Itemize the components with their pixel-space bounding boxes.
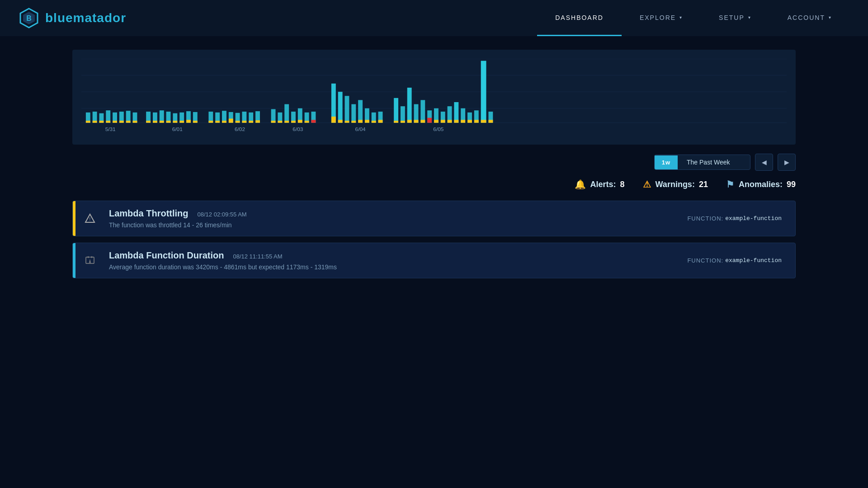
svg-rect-57 (255, 120, 260, 122)
svg-rect-81 (351, 121, 356, 123)
svg-rect-96 (407, 120, 412, 122)
main-content: 5/31 6/01 (0, 36, 868, 298)
svg-rect-80 (351, 104, 356, 123)
svg-rect-64 (284, 121, 289, 123)
svg-text:5/31: 5/31 (105, 127, 116, 131)
nav-explore[interactable]: EXPLORE ▾ (622, 0, 701, 36)
svg-rect-21 (126, 121, 131, 123)
svg-rect-104 (434, 120, 439, 122)
svg-rect-68 (298, 120, 302, 122)
event-card-duration[interactable]: Lambda Function Duration 08/12 11:11:55 … (72, 243, 796, 278)
svg-rect-100 (420, 120, 425, 122)
stats-row: 🔔 Alerts: 8 ⚠ Warnings: 21 ⚑ Anomalies: … (72, 179, 796, 190)
svg-rect-120 (488, 120, 493, 122)
svg-rect-19 (119, 121, 124, 123)
svg-rect-32 (166, 121, 171, 123)
svg-rect-11 (93, 121, 97, 123)
alerts-stat: 🔔 Alerts: 8 (575, 179, 625, 190)
svg-rect-106 (441, 120, 445, 122)
svg-rect-51 (236, 121, 240, 123)
svg-rect-77 (338, 120, 343, 122)
svg-rect-28 (153, 121, 157, 123)
event-meta-val-throttling: example-function (725, 215, 782, 222)
svg-rect-116 (474, 120, 479, 122)
svg-rect-93 (401, 106, 405, 123)
svg-text:6/02: 6/02 (235, 127, 245, 131)
event-body-throttling: Lambda Throttling 08/12 02:09:55 AM The … (104, 201, 651, 236)
svg-rect-30 (160, 121, 164, 123)
event-title-throttling: Lambda Throttling (109, 208, 189, 219)
nav-setup[interactable]: SETUP ▾ (701, 0, 769, 36)
svg-rect-63 (284, 104, 289, 123)
event-header-throttling: Lambda Throttling 08/12 02:09:55 AM (109, 208, 646, 219)
svg-rect-98 (414, 120, 419, 122)
alerts-label: Alerts: 8 (590, 180, 625, 189)
prev-btn[interactable]: ◀ (755, 154, 773, 171)
chart-container: 5/31 6/01 (72, 50, 796, 145)
svg-marker-127 (89, 259, 91, 263)
nav-account[interactable]: ACCOUNT ▾ (769, 0, 850, 36)
svg-rect-15 (106, 121, 110, 123)
svg-rect-76 (338, 92, 343, 123)
event-title-duration: Lambda Function Duration (109, 250, 224, 261)
svg-rect-36 (179, 121, 184, 123)
alert-icon: 🔔 (575, 179, 586, 190)
svg-rect-47 (222, 121, 226, 123)
svg-rect-17 (113, 121, 117, 123)
event-icon-throttling: ! (75, 201, 104, 236)
logo-icon: B (18, 7, 40, 29)
svg-rect-87 (372, 121, 376, 123)
svg-rect-79 (345, 121, 349, 123)
anomaly-icon: ⚑ (726, 179, 734, 190)
svg-rect-94 (401, 121, 405, 123)
anomalies-stat: ⚑ Anomalies: 99 (726, 179, 796, 190)
svg-rect-95 (407, 88, 412, 123)
next-btn[interactable]: ▶ (778, 154, 796, 171)
event-meta-key-throttling: FUNCTION: (687, 215, 723, 222)
svg-rect-53 (242, 121, 246, 123)
time-selector[interactable]: 1w The Past Week (654, 155, 750, 170)
svg-rect-9 (86, 121, 90, 123)
svg-text:!: ! (90, 217, 91, 222)
svg-rect-85 (365, 120, 369, 122)
event-meta-throttling: FUNCTION: example-function (651, 201, 795, 236)
nav-links: DASHBOARD EXPLORE ▾ SETUP ▾ ACCOUNT ▾ (537, 0, 850, 36)
svg-rect-55 (249, 121, 253, 123)
svg-rect-38 (186, 120, 191, 122)
svg-rect-117 (481, 61, 486, 123)
svg-rect-70 (305, 121, 309, 123)
svg-rect-83 (358, 120, 363, 122)
nav-dashboard[interactable]: DASHBOARD (537, 0, 622, 36)
svg-rect-78 (345, 96, 349, 122)
setup-arrow: ▾ (748, 15, 751, 20)
warning-icon: ⚠ (643, 179, 651, 190)
svg-rect-92 (394, 121, 398, 123)
anomalies-label: Anomalies: 99 (739, 180, 796, 189)
svg-rect-60 (271, 121, 276, 123)
warnings-stat: ⚠ Warnings: 21 (643, 179, 708, 190)
event-desc-duration: Average function duration was 3420ms - 4… (109, 263, 646, 271)
navbar: B bluematador DASHBOARD EXPLORE ▾ SETUP … (0, 0, 868, 36)
svg-text:6/03: 6/03 (292, 127, 303, 131)
event-icon-duration (75, 243, 104, 278)
svg-text:B: B (26, 14, 32, 22)
svg-rect-23 (133, 121, 137, 123)
svg-rect-108 (448, 120, 452, 122)
svg-rect-26 (146, 121, 151, 123)
explore-arrow: ▾ (679, 15, 683, 20)
svg-rect-82 (358, 100, 363, 122)
svg-rect-102 (427, 118, 432, 123)
svg-text:6/05: 6/05 (433, 127, 443, 131)
logo-text: bluematador (45, 11, 126, 25)
svg-rect-34 (173, 121, 177, 123)
svg-rect-49 (229, 119, 233, 123)
event-header-duration: Lambda Function Duration 08/12 11:11:55 … (109, 250, 646, 261)
svg-rect-114 (467, 120, 472, 122)
event-card-throttling[interactable]: ! Lambda Throttling 08/12 02:09:55 AM Th… (72, 201, 796, 236)
svg-rect-40 (193, 121, 198, 123)
svg-rect-118 (481, 120, 486, 122)
svg-rect-99 (420, 100, 425, 122)
event-desc-throttling: The function was throttled 14 - 26 times… (109, 221, 646, 229)
svg-rect-91 (394, 98, 398, 123)
svg-rect-66 (291, 121, 296, 123)
